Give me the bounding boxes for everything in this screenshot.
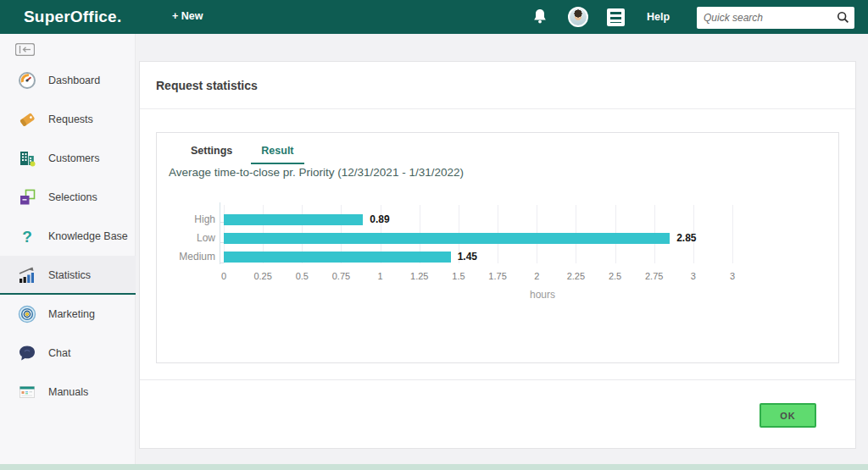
x-tick-label: 1.75	[488, 271, 506, 281]
sidebar-item-manuals[interactable]: Manuals	[0, 373, 136, 412]
card-header: Request statistics	[140, 62, 855, 109]
card-footer: OK	[140, 379, 855, 449]
category-label: Medium	[179, 252, 215, 263]
speech-bubble-icon	[17, 343, 37, 363]
x-tick-label: 0	[221, 271, 226, 281]
sidebar-item-knowledge-base[interactable]: ? Knowledge Base	[0, 217, 136, 256]
search-icon[interactable]	[837, 11, 849, 27]
sidebar-item-statistics[interactable]: Statistics	[0, 256, 136, 295]
sidebar-item-chat[interactable]: Chat	[0, 334, 136, 373]
quick-search-box	[697, 7, 854, 29]
bar-chart-icon	[17, 265, 37, 285]
gridline	[732, 205, 733, 263]
user-avatar[interactable]	[568, 7, 588, 27]
category-label: Low	[197, 233, 215, 244]
sidebar-item-label: Customers	[48, 152, 99, 164]
selection-squares-icon	[17, 187, 37, 207]
x-tick-label: 0.25	[253, 271, 271, 281]
chart-x-axis-label: hours	[479, 289, 606, 301]
new-button[interactable]: + New	[172, 10, 203, 22]
sidebar-item-label: Marketing	[48, 308, 95, 320]
app-logo[interactable]: SuperOffice.	[24, 8, 121, 26]
sidebar: Dashboard Requests	[0, 34, 136, 464]
building-icon	[17, 148, 37, 169]
sidebar-item-label: Statistics	[48, 269, 91, 281]
bar-value-label: 0.89	[370, 213, 389, 226]
request-statistics-card: Request statistics Settings Result Avera…	[139, 61, 856, 449]
hamburger-menu-icon[interactable]	[607, 8, 625, 26]
bar-medium	[224, 252, 451, 263]
notifications-bell-icon[interactable]	[531, 8, 549, 27]
sidebar-item-label: Manuals	[48, 386, 88, 398]
tag-icon	[17, 109, 37, 130]
x-tick-label: 0.5	[296, 271, 309, 281]
tab-result[interactable]: Result	[251, 145, 303, 164]
target-icon	[17, 304, 37, 324]
x-tick-label: 1	[378, 271, 383, 281]
x-tick-label: 2.5	[609, 271, 621, 281]
document-icon	[17, 382, 37, 402]
sidebar-item-selections[interactable]: Selections	[0, 178, 136, 217]
x-tick-label: 3	[691, 271, 696, 281]
x-tick-label: 3	[730, 271, 735, 281]
sidebar-item-label: Selections	[48, 191, 97, 203]
chart-x-ticks: 00.250.50.7511.251.51.7522.252.52.7533	[224, 271, 732, 283]
sidebar-item-dashboard[interactable]: Dashboard	[0, 61, 136, 100]
question-mark-icon: ?	[17, 226, 37, 246]
bar-row-low: Low2.85	[224, 229, 732, 248]
x-tick-label: 2.75	[645, 271, 663, 281]
x-tick-label: 1.25	[410, 271, 428, 281]
x-tick-label: 1.5	[452, 271, 465, 281]
bar-row-high: High0.89	[224, 211, 732, 229]
bottom-accent-strip	[0, 464, 868, 470]
bar-row-medium: Medium1.45	[224, 248, 732, 267]
app-root: SuperOffice. + New Help	[0, 0, 868, 470]
tab-settings[interactable]: Settings	[191, 145, 232, 164]
x-tick-label: 0.75	[332, 271, 350, 281]
top-bar: SuperOffice. + New Help	[0, 0, 868, 34]
bar-value-label: 2.85	[676, 232, 696, 245]
x-tick-label: 2.25	[567, 271, 585, 281]
bar-high	[224, 214, 363, 225]
page-title: Request statistics	[156, 79, 258, 92]
sidebar-item-label: Requests	[48, 113, 93, 125]
chart-plot: High0.89Low2.85Medium1.45	[224, 205, 732, 267]
search-input[interactable]	[704, 10, 831, 25]
sidebar-item-requests[interactable]: Requests	[0, 100, 136, 139]
sidebar-menu: Dashboard Requests	[0, 61, 136, 412]
collapse-sidebar-icon[interactable]	[15, 43, 35, 58]
category-label: High	[194, 214, 215, 225]
sidebar-item-label: Dashboard	[48, 75, 100, 86]
sidebar-item-label: Chat	[48, 347, 70, 359]
gauge-icon	[17, 70, 37, 91]
sidebar-item-label: Knowledge Base	[48, 230, 128, 242]
bar-low	[224, 233, 670, 244]
sidebar-item-marketing[interactable]: Marketing	[0, 295, 136, 334]
sidebar-item-customers[interactable]: Customers	[0, 139, 136, 178]
x-tick-label: 2	[534, 271, 539, 281]
tab-bar: Settings Result	[191, 145, 294, 164]
ok-button[interactable]: OK	[760, 403, 816, 428]
help-button[interactable]: Help	[647, 11, 670, 23]
chart-title: Average time-to-close pr. Priority (12/3…	[169, 166, 464, 179]
statistics-tab-panel: Settings Result Average time-to-close pr…	[156, 132, 839, 363]
bar-value-label: 1.45	[458, 251, 477, 263]
